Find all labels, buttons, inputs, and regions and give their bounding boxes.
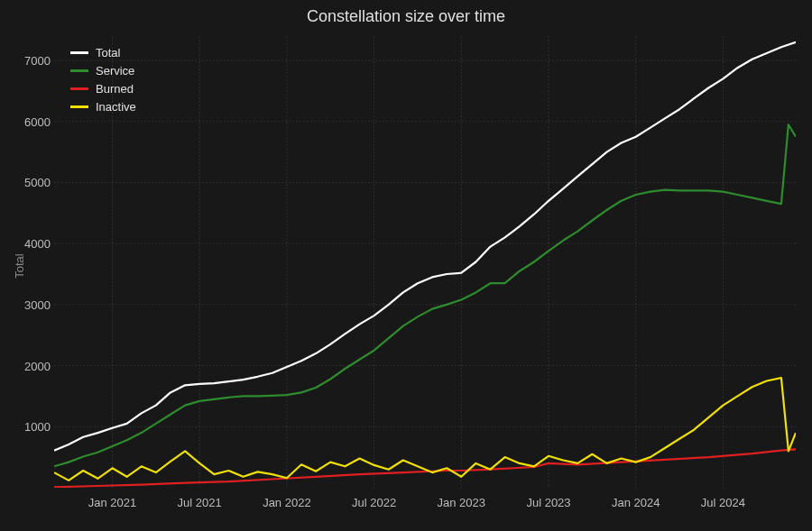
legend-swatch [70, 51, 88, 54]
legend-swatch [70, 87, 88, 90]
y-tick-label: 2000 [5, 359, 51, 372]
series-total[interactable] [54, 42, 796, 451]
y-tick-label: 5000 [5, 176, 51, 189]
y-tick-label: 4000 [5, 237, 51, 251]
x-tick-label: Jan 2024 [612, 496, 660, 509]
legend-item-service[interactable]: Service [70, 61, 136, 79]
x-tick-label: Jan 2021 [88, 496, 137, 509]
y-tick-label: 7000 [5, 54, 51, 68]
series-burned[interactable] [54, 449, 796, 487]
legend-item-inactive[interactable]: Inactive [70, 97, 136, 115]
y-tick-label: 1000 [5, 420, 51, 434]
y-axis-label: Total [13, 253, 26, 278]
x-tick-label: Jan 2023 [438, 496, 486, 509]
legend-label: Service [96, 64, 134, 78]
plot-area[interactable] [54, 36, 796, 488]
y-tick-label: 6000 [5, 114, 51, 128]
legend-label: Total [96, 46, 120, 60]
legend: TotalServiceBurnedInactive [70, 43, 136, 115]
x-tick-label: Jul 2024 [701, 496, 745, 509]
x-tick-label: Jan 2022 [263, 496, 311, 509]
chart-title: Constellation size over time [0, 7, 812, 26]
legend-label: Inactive [96, 100, 136, 114]
legend-label: Burned [96, 82, 134, 96]
legend-item-burned[interactable]: Burned [70, 79, 136, 97]
series-service[interactable] [54, 124, 796, 466]
x-tick-label: Jul 2023 [526, 496, 570, 509]
x-tick-label: Jul 2022 [352, 496, 396, 509]
legend-swatch [70, 105, 88, 108]
legend-swatch [70, 69, 88, 72]
legend-item-total[interactable]: Total [70, 43, 136, 61]
series-inactive[interactable] [54, 378, 796, 481]
x-tick-label: Jul 2021 [178, 496, 222, 509]
chart-container: Constellation size over time Total Total… [0, 0, 812, 531]
chart-svg[interactable] [54, 36, 796, 488]
y-tick-label: 3000 [5, 298, 51, 311]
